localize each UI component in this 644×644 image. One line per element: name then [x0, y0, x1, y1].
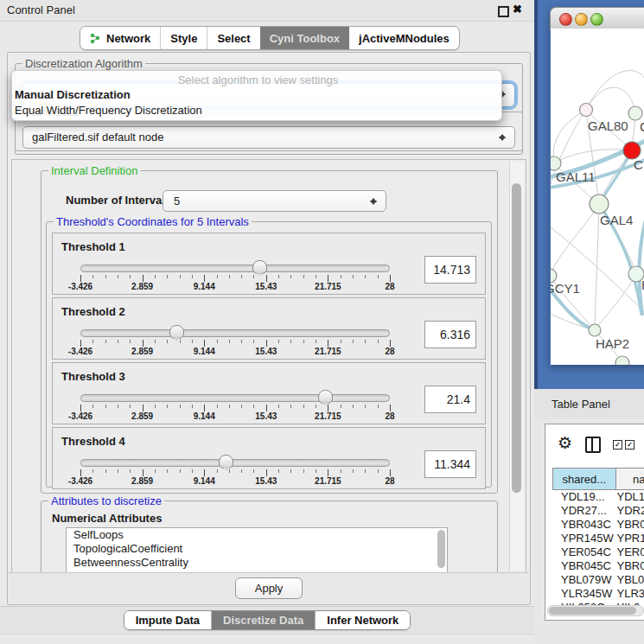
threshold-1-slider[interactable]: -3.426 2.859 9.144 15.43 21.715 28	[80, 265, 390, 292]
slider-ticks	[80, 275, 390, 282]
cell-name[interactable]: YPR1	[617, 532, 644, 545]
tab-jactivemnodules[interactable]: jActiveMNodules	[349, 27, 459, 49]
slider-thumb[interactable]	[169, 325, 184, 339]
close-traffic-light-icon[interactable]	[559, 13, 572, 26]
dropdown-item-equal-width-frequency[interactable]: Equal Width/Frequency Discretization	[12, 103, 501, 118]
checkbox-icon[interactable]: ✓	[613, 440, 622, 450]
tab-style[interactable]: Style	[160, 27, 207, 49]
float-window-icon[interactable]	[498, 6, 509, 17]
network-view-window[interactable]: GAL80 G C GAL11 GAL4 GCY1 H HAP2	[550, 7, 644, 365]
tick-label: 21.715	[315, 282, 341, 291]
node-gal80[interactable]	[580, 104, 593, 117]
slider-thumb[interactable]	[219, 455, 233, 469]
node-label: HAP2	[596, 336, 629, 351]
list-item[interactable]: SelfLoops	[67, 528, 447, 542]
table-row[interactable]: YPR145W YPR1	[552, 532, 644, 545]
table-row[interactable]: YBR043C YBR0	[552, 518, 644, 532]
cell-name[interactable]: YER0	[617, 545, 644, 559]
cell-shared-name[interactable]: YER054C	[552, 545, 617, 559]
node-gal4[interactable]	[590, 194, 609, 214]
zoom-traffic-light-icon[interactable]	[590, 13, 603, 26]
horizontal-scrollbar[interactable]	[547, 605, 644, 616]
table-row[interactable]: YER054C YER0	[552, 545, 644, 559]
number-of-intervals-combobox[interactable]: 5	[163, 190, 386, 212]
list-scrollbar[interactable]	[437, 530, 445, 568]
tab-infer-network[interactable]: Infer Network	[315, 611, 410, 629]
node-partial[interactable]	[615, 356, 629, 365]
top-tabbar: Network Style Select Cyni Toolbox jActiv…	[80, 26, 460, 50]
network-nodes[interactable]	[551, 104, 644, 366]
list-item[interactable]: TopologicalCoefficient	[67, 542, 447, 556]
node-label: GAL11	[556, 169, 596, 184]
column-header-shared-name[interactable]: shared...	[552, 468, 616, 490]
number-of-intervals-label: Number of Intervals	[66, 194, 171, 207]
list-item[interactable]: BetweennessCentrality	[67, 556, 447, 570]
node-gal11[interactable]	[551, 156, 561, 170]
node-selected-red[interactable]	[623, 142, 641, 159]
right-panel: GAL80 G C GAL11 GAL4 GCY1 H HAP2 Table P…	[534, 0, 644, 644]
cell-name[interactable]: YBR0	[617, 559, 644, 573]
tick-label: 15.43	[255, 282, 277, 291]
threshold-2-value-field[interactable]: 6.316	[424, 321, 476, 348]
slider-track[interactable]	[80, 265, 390, 272]
table-row[interactable]: YBL079W YBL0	[552, 573, 644, 587]
cell-name[interactable]: YLR3	[617, 587, 644, 601]
cell-shared-name[interactable]: YDR27...	[552, 504, 617, 518]
tab-cyni-toolbox[interactable]: Cyni Toolbox	[260, 27, 349, 49]
slider-track[interactable]	[80, 329, 390, 337]
tab-discretize-data[interactable]: Discretize Data	[211, 611, 315, 629]
apply-button[interactable]: Apply	[235, 577, 303, 599]
tab-select[interactable]: Select	[207, 27, 259, 49]
tick-label: 28	[385, 347, 394, 356]
table-data-combobox[interactable]: galFiltered.sif default node	[22, 126, 515, 149]
cell-shared-name[interactable]: YBR045C	[552, 559, 617, 573]
vertical-scrollbar[interactable]	[509, 162, 524, 571]
cell-name[interactable]: YBL0	[617, 573, 644, 587]
scrollbar-thumb[interactable]	[512, 183, 521, 493]
cell-shared-name[interactable]: YLR345W	[552, 587, 617, 601]
dropdown-item-placeholder[interactable]: Select algorithm to view settings	[12, 71, 501, 87]
slider-ticks	[80, 469, 390, 476]
threshold-1-value-field[interactable]: 14.713	[424, 256, 476, 284]
close-icon[interactable]: ✖	[513, 3, 522, 16]
table-row[interactable]: YDL19... YDL1	[552, 490, 644, 504]
threshold-3-slider[interactable]: -3.426 2.859 9.144 15.43 21.715 28	[80, 394, 390, 422]
cell-shared-name[interactable]: YBR043C	[552, 518, 617, 532]
cell-name[interactable]: YDR2	[617, 504, 644, 518]
number-of-intervals-value: 5	[174, 194, 180, 207]
tab-network[interactable]: Network	[80, 27, 160, 49]
checkbox-icon[interactable]: ✓	[625, 440, 634, 450]
network-window-titlebar[interactable]	[550, 7, 644, 30]
cell-name[interactable]: YBR0	[617, 518, 644, 532]
threshold-2-slider[interactable]: -3.426 2.859 9.144 15.43 21.715 28	[80, 329, 390, 357]
node-g[interactable]	[628, 106, 642, 120]
table-row[interactable]: YBR045C YBR0	[552, 559, 644, 573]
network-canvas[interactable]: GAL80 G C GAL11 GAL4 GCY1 H HAP2	[551, 29, 644, 365]
column-header-name[interactable]: na	[616, 468, 644, 490]
cell-shared-name[interactable]: YDL19...	[552, 490, 617, 504]
node-hap2[interactable]	[589, 324, 601, 336]
gear-icon[interactable]: ⚙	[558, 433, 572, 453]
cell-name[interactable]: YDL1	[617, 490, 644, 504]
slider-thumb[interactable]	[318, 390, 333, 404]
minimize-traffic-light-icon[interactable]	[575, 13, 588, 26]
group-title: Threshold's Coordinates for 5 Intervals	[54, 215, 252, 228]
threshold-4-slider[interactable]: -3.426 2.859 9.144 15.43 21.715 28	[80, 459, 390, 487]
scrollbar-thumb[interactable]	[549, 607, 636, 615]
numerical-attributes-list[interactable]: SelfLoops TopologicalCoefficient Between…	[66, 527, 448, 573]
cell-shared-name[interactable]: YPR145W	[552, 532, 617, 545]
cell-shared-name[interactable]: YBL079W	[552, 573, 617, 587]
slider-track[interactable]	[80, 459, 390, 467]
tab-impute-data[interactable]: Impute Data	[124, 611, 211, 629]
node-table: shared... na YDL19... YDL1 YDR27... YDR2…	[552, 468, 644, 615]
numerical-attributes-label: Numerical Attributes	[52, 512, 162, 525]
slider-thumb[interactable]	[252, 260, 267, 274]
slider-track[interactable]	[80, 394, 390, 402]
columns-icon[interactable]	[585, 437, 601, 453]
threshold-3-value-field[interactable]: 21.4	[424, 386, 476, 413]
threshold-4-value-field[interactable]: 11.344	[424, 450, 476, 478]
dropdown-item-manual-discretization[interactable]: Manual Discretization	[12, 87, 501, 103]
table-row[interactable]: YDR27... YDR2	[552, 504, 644, 518]
tick-label: 21.715	[315, 347, 341, 356]
table-row[interactable]: YLR345W YLR3	[552, 587, 644, 601]
